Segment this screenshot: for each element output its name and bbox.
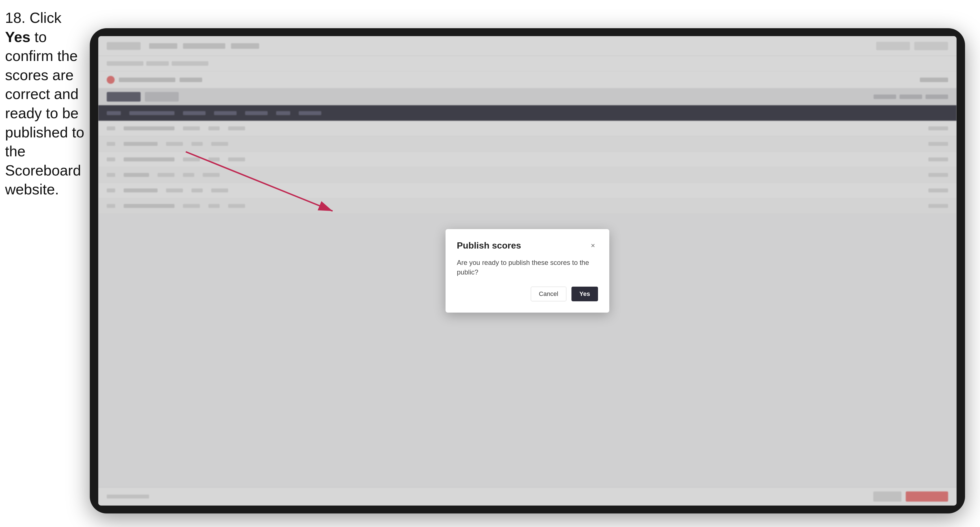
instruction-prefix: Click <box>25 10 61 26</box>
instruction-suffix: to confirm the scores are correct and re… <box>5 29 84 198</box>
instruction-text: 18. Click Yes to confirm the scores are … <box>5 8 90 199</box>
modal-overlay: Publish scores × Are you ready to publis… <box>98 36 956 506</box>
instruction-bold: Yes <box>5 29 30 45</box>
step-number: 18. <box>5 10 25 26</box>
modal-title: Publish scores <box>457 240 521 251</box>
yes-button[interactable]: Yes <box>571 287 598 301</box>
modal-footer: Cancel Yes <box>457 287 598 301</box>
modal-body: Are you ready to publish these scores to… <box>457 258 598 277</box>
cancel-button[interactable]: Cancel <box>531 287 566 301</box>
publish-scores-modal: Publish scores × Are you ready to publis… <box>445 229 609 313</box>
tablet-screen: Publish scores × Are you ready to publis… <box>98 36 956 506</box>
tablet-device: Publish scores × Are you ready to publis… <box>90 28 965 513</box>
modal-header: Publish scores × <box>457 240 598 251</box>
modal-close-button[interactable]: × <box>588 240 598 251</box>
